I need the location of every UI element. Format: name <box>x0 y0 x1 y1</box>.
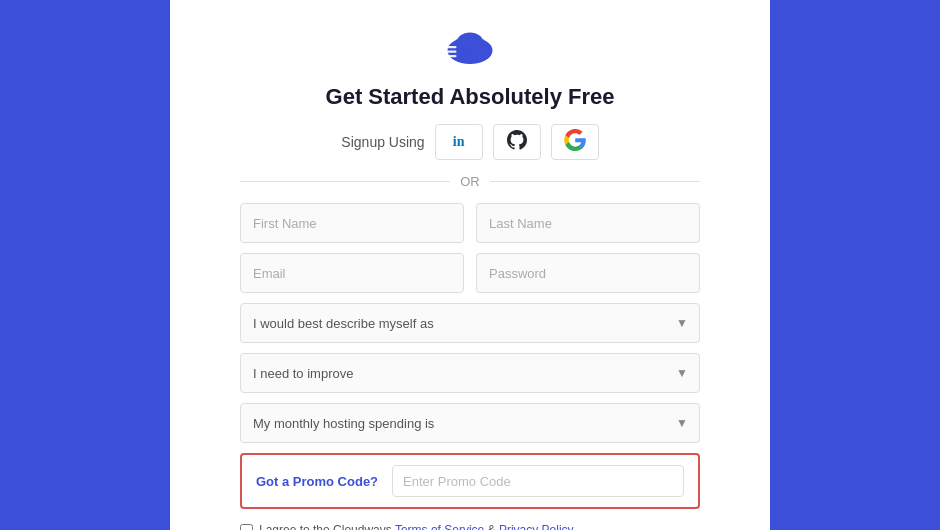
improve-select[interactable]: I need to improve Speed Security Uptime … <box>240 353 700 393</box>
password-input[interactable] <box>476 253 700 293</box>
side-right-panel <box>770 0 940 530</box>
signup-label: Signup Using <box>341 134 424 150</box>
promo-section: Got a Promo Code? <box>240 453 700 509</box>
signup-card: Get Started Absolutely Free Signup Using… <box>170 0 770 530</box>
signup-row: Signup Using in <box>341 124 598 160</box>
svg-point-3 <box>457 33 484 54</box>
first-name-input[interactable] <box>240 203 464 243</box>
signup-form: I would best describe myself as Develope… <box>240 203 700 530</box>
promo-code-input[interactable] <box>392 465 684 497</box>
page-title: Get Started Absolutely Free <box>326 84 615 110</box>
page-wrapper: Get Started Absolutely Free Signup Using… <box>0 0 940 530</box>
google-icon <box>564 129 586 155</box>
github-button[interactable] <box>493 124 541 160</box>
describe-select[interactable]: I would best describe myself as Develope… <box>240 303 700 343</box>
side-left-panel <box>0 0 170 530</box>
hosting-select[interactable]: My monthly hosting spending is < $100 $1… <box>240 403 700 443</box>
terms-label: I agree to the Cloudways Terms of Servic… <box>259 523 576 530</box>
linkedin-button[interactable]: in <box>435 124 483 160</box>
svg-rect-6 <box>448 55 457 57</box>
divider-line-left <box>240 181 450 182</box>
divider-text: OR <box>460 174 480 189</box>
describe-wrapper: I would best describe myself as Develope… <box>240 303 700 343</box>
divider-line-right <box>490 181 700 182</box>
hosting-wrapper: My monthly hosting spending is < $100 $1… <box>240 403 700 443</box>
svg-rect-5 <box>443 51 457 53</box>
google-button[interactable] <box>551 124 599 160</box>
name-row <box>240 203 700 243</box>
credentials-row <box>240 253 700 293</box>
improve-wrapper: I need to improve Speed Security Uptime … <box>240 353 700 393</box>
github-icon <box>507 130 527 154</box>
logo <box>440 28 500 84</box>
privacy-policy-link[interactable]: Privacy Policy. <box>499 523 576 530</box>
terms-of-service-link[interactable]: Terms of Service <box>395 523 484 530</box>
divider: OR <box>240 174 700 189</box>
linkedin-icon: in <box>453 134 465 150</box>
email-input[interactable] <box>240 253 464 293</box>
svg-rect-4 <box>446 46 457 48</box>
last-name-input[interactable] <box>476 203 700 243</box>
terms-checkbox[interactable] <box>240 524 253 531</box>
terms-row: I agree to the Cloudways Terms of Servic… <box>240 523 700 530</box>
promo-code-link[interactable]: Got a Promo Code? <box>256 474 378 489</box>
